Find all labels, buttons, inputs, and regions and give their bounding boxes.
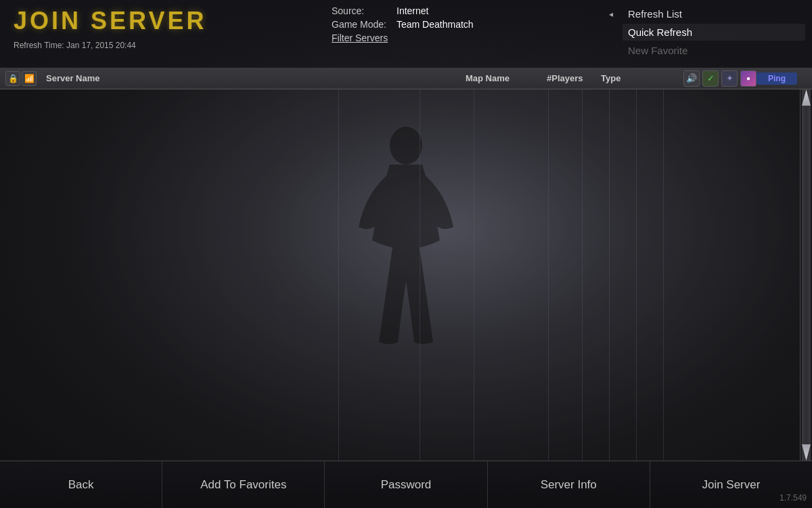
col-divider-2 (420, 89, 420, 461)
quick-refresh-button[interactable]: Quick Refresh (623, 24, 805, 41)
col-divider-1 (338, 89, 339, 461)
source-label: Source: (332, 5, 392, 16)
page-title: JOIN SERVER (14, 7, 311, 35)
refresh-list-button[interactable]: ◂ Refresh List (623, 5, 805, 22)
filter-servers-link[interactable]: Filter Servers (332, 33, 388, 43)
col-type-header: Type (601, 73, 675, 83)
title-area: JOIN SERVER Refresh Time: Jan 17, 2015 2… (0, 0, 325, 57)
new-favorite-button: New Favorite (623, 42, 805, 59)
server-list-area: 🔒 📶 Server Name Map Name #Players Type 🔊… (0, 68, 812, 461)
scrollbar-thumb-bottom[interactable] (802, 444, 811, 461)
game-mode-row: Game Mode: Team Deathmatch (332, 19, 609, 30)
top-bar: JOIN SERVER Refresh Time: Jan 17, 2015 2… (0, 0, 812, 68)
filter-star-btn[interactable]: ✦ (721, 70, 738, 87)
col-divider-7 (636, 89, 637, 461)
filter-servers-row[interactable]: Filter Servers (332, 33, 609, 43)
scrollbar[interactable] (800, 89, 812, 461)
source-row: Source: Internet (332, 5, 609, 16)
col-divider-6 (609, 89, 610, 461)
col-players-header: #Players (547, 73, 601, 83)
refresh-time: Refresh Time: Jan 17, 2015 20:44 (14, 41, 311, 50)
filter-check-btn[interactable]: ✓ (702, 70, 719, 87)
add-to-favorites-button[interactable]: Add To Favorites (162, 461, 325, 508)
game-mode-value: Team Deathmatch (397, 19, 474, 30)
col-server-name-header: Server Name (43, 73, 466, 83)
bottom-bar: Back Add To Favorites Password Server In… (0, 461, 812, 508)
col-divider-5 (582, 89, 583, 461)
scrollbar-thumb-top[interactable] (802, 89, 811, 106)
col-divider-8 (663, 89, 664, 461)
col-icon-ping-indicator[interactable]: 📶 (22, 71, 37, 86)
table-body (0, 89, 812, 461)
col-divider-3 (474, 89, 474, 461)
server-info-button[interactable]: Server Info (488, 461, 650, 508)
col-divider-4 (548, 89, 549, 461)
table-header: 🔒 📶 Server Name Map Name #Players Type 🔊… (0, 68, 812, 89)
quick-menu: ◂ Refresh List Quick Refresh New Favorit… (616, 0, 812, 64)
col-icon-lock[interactable]: 🔒 (5, 71, 20, 86)
arrow-icon: ◂ (609, 9, 613, 19)
col-icons: 🔒 📶 (3, 71, 43, 86)
source-value: Internet (397, 5, 428, 16)
filter-audio-btn[interactable]: 🔊 (683, 70, 700, 87)
col-ping-header[interactable]: Ping (757, 72, 797, 85)
col-filters: 🔊 ✓ ✦ ● (675, 70, 757, 87)
password-button[interactable]: Password (325, 461, 487, 508)
game-mode-label: Game Mode: (332, 19, 392, 30)
version-badge: 1.7.549 (780, 493, 807, 503)
back-button[interactable]: Back (0, 461, 162, 508)
filter-mode-btn[interactable]: ● (740, 70, 757, 87)
filter-area: Source: Internet Game Mode: Team Deathma… (325, 0, 616, 49)
col-map-name-header: Map Name (466, 73, 547, 83)
scrollbar-track (802, 89, 811, 461)
